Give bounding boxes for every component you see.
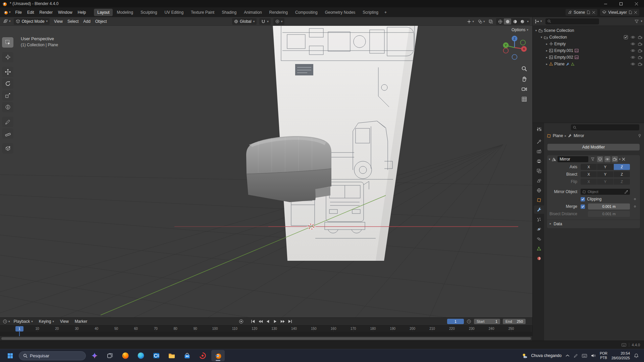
tab-world[interactable]	[534, 186, 544, 194]
zoom-tool-icon[interactable]	[520, 64, 529, 73]
keying-menu[interactable]: Keying▾	[37, 318, 56, 324]
hide-viewport-eye-icon[interactable]	[631, 42, 635, 46]
file-explorer-icon[interactable]	[165, 350, 178, 361]
outliner-row-plane[interactable]: ▸ Plane	[533, 61, 644, 67]
viewport-menu-item[interactable]: View	[52, 18, 65, 25]
workspace-tab[interactable]: Compositing	[292, 9, 321, 16]
new-viewlayer-icon[interactable]	[629, 10, 632, 14]
timeline-editor-icon[interactable]: ▾	[3, 319, 10, 324]
data-subpanel[interactable]: ▸ Data	[547, 220, 640, 228]
marker-menu[interactable]: Marker	[72, 318, 90, 324]
playback-menu[interactable]: Playback▾	[11, 318, 35, 324]
disable-render-camera-icon[interactable]	[638, 49, 642, 53]
outlook-icon[interactable]	[150, 350, 163, 361]
collapse-icon[interactable]: ▸	[546, 49, 548, 52]
copilot-button[interactable]	[88, 350, 101, 361]
play-button[interactable]	[272, 318, 278, 324]
expand-icon[interactable]: ▾	[535, 29, 537, 32]
flip-x-button[interactable]: X	[581, 179, 597, 185]
xray-toggle[interactable]	[488, 19, 494, 24]
bisect-z-button[interactable]: Z	[614, 171, 630, 177]
eyedropper-icon[interactable]	[625, 190, 628, 194]
timeline-ruler[interactable]: 1020304050607080901001101201301401501601…	[0, 325, 532, 332]
taskbar-search-input[interactable]: Pesquisar	[19, 351, 86, 360]
tab-output[interactable]	[534, 157, 544, 165]
hide-viewport-eye-icon[interactable]	[631, 56, 635, 59]
display-realtime-toggle[interactable]	[604, 156, 610, 162]
proportional-edit-dropdown[interactable]: ▾	[273, 18, 285, 25]
properties-search-input[interactable]	[571, 124, 639, 130]
viewport-menu-item[interactable]: Select	[65, 18, 81, 25]
workspace-tab[interactable]: Rendering	[266, 9, 291, 16]
tab-physics[interactable]	[534, 225, 544, 233]
display-render-toggle[interactable]	[612, 156, 618, 162]
bisect-distance-field[interactable]: 0.001 m	[588, 211, 630, 217]
viewport-canvas[interactable]	[0, 17, 532, 317]
jump-to-end-button[interactable]	[287, 318, 293, 324]
pen-icon[interactable]	[574, 354, 578, 358]
flip-z-button[interactable]: Z	[614, 179, 630, 185]
hide-viewport-eye-icon[interactable]	[631, 36, 635, 39]
menu-item[interactable]: Edit	[24, 9, 37, 16]
shading-solid-button[interactable]	[504, 18, 511, 24]
tab-material[interactable]	[534, 254, 544, 262]
rotate-tool[interactable]	[2, 78, 13, 89]
clipping-checkbox[interactable]	[581, 197, 585, 201]
orthographic-toggle-icon[interactable]	[520, 95, 529, 104]
overlays-dropdown[interactable]: ▾	[477, 19, 486, 24]
shading-material-button[interactable]	[511, 18, 519, 24]
tab-scene[interactable]	[534, 176, 544, 185]
axis-y-button[interactable]: Y	[597, 164, 613, 170]
red-circle-app-icon[interactable]	[196, 350, 209, 361]
tab-object[interactable]	[534, 196, 544, 204]
display-editmode-toggle[interactable]	[597, 156, 603, 162]
remove-viewlayer-icon[interactable]	[634, 11, 637, 14]
add-cube-tool[interactable]	[2, 143, 13, 154]
collapse-icon[interactable]: ▸	[546, 63, 548, 66]
outliner-row-empty-001[interactable]: ▸ Empty.001	[533, 47, 644, 54]
jump-to-start-button[interactable]	[250, 318, 256, 324]
auto-keying-toggle[interactable]	[239, 319, 244, 324]
menu-item[interactable]: File	[13, 9, 24, 16]
workspace-tab[interactable]: Scripting	[359, 9, 382, 16]
timeline-track-area[interactable]	[0, 332, 532, 336]
disable-render-camera-icon[interactable]	[638, 56, 642, 59]
hide-viewport-eye-icon[interactable]	[631, 49, 635, 52]
animate-dot-icon[interactable]	[634, 198, 636, 200]
menu-item[interactable]: Window	[55, 9, 75, 16]
mirror-object-field[interactable]: Object	[581, 189, 630, 195]
outliner-row-empty[interactable]: ▸ Empty	[533, 41, 644, 47]
transform-tool[interactable]	[2, 102, 13, 112]
scene-selector[interactable]: Scene	[566, 9, 597, 16]
merge-threshold-field[interactable]: 0.001 m	[588, 203, 630, 209]
scrollbar-handle[interactable]	[1, 337, 531, 340]
task-view-button[interactable]	[103, 350, 117, 361]
shading-rendered-button[interactable]	[519, 18, 526, 24]
outliner-filter-icon[interactable]	[635, 19, 639, 23]
disable-render-camera-icon[interactable]	[638, 62, 642, 66]
close-button[interactable]	[629, 0, 644, 7]
modifier-extras-icon[interactable]: ▾	[619, 158, 621, 161]
workspace-tab[interactable]: Geometry Nodes	[322, 9, 359, 16]
animate-dot-icon[interactable]	[634, 205, 636, 207]
outliner-row-scene-collection[interactable]: ▾ Scene Collection	[533, 27, 644, 34]
workspace-tab[interactable]: Animation	[240, 9, 265, 16]
minimize-button[interactable]	[598, 0, 613, 7]
pan-hand-icon[interactable]	[520, 74, 529, 84]
tab-particles[interactable]	[534, 215, 544, 224]
play-reverse-button[interactable]	[265, 318, 271, 324]
playhead-line[interactable]	[19, 331, 20, 336]
tray-expand-icon[interactable]	[566, 354, 570, 357]
pin-icon[interactable]	[638, 134, 642, 138]
properties-editor-icon[interactable]	[534, 125, 544, 133]
hide-viewport-eye-icon[interactable]	[631, 62, 635, 66]
merge-checkbox[interactable]	[581, 204, 585, 209]
notifications-icon[interactable]	[634, 353, 639, 358]
outliner-row-collection[interactable]: ▾ Collection	[533, 34, 644, 41]
menu-item[interactable]: Render	[37, 9, 55, 16]
editor-type-selector[interactable]: ▾	[2, 18, 12, 24]
firefox-icon[interactable]	[119, 350, 132, 361]
current-frame-field[interactable]: 1	[447, 319, 464, 324]
tab-modifiers[interactable]	[534, 205, 544, 214]
show-gizmo-dropdown[interactable]: ▾	[466, 19, 475, 24]
